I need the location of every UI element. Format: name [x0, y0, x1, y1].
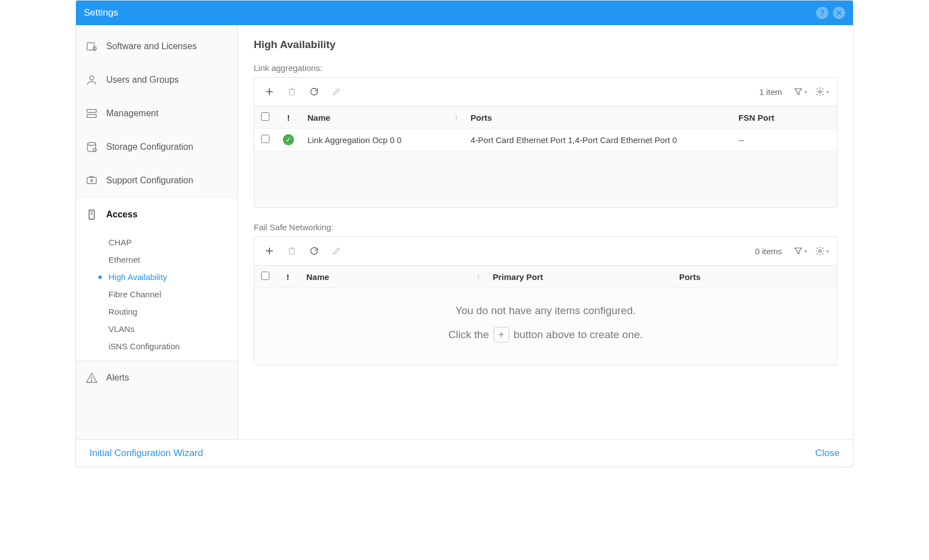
subitem-label: CHAP [108, 238, 132, 247]
settings-window: Settings ? ✕ Software and Licenses Users… [75, 0, 854, 467]
subitem-ethernet[interactable]: Ethernet [76, 251, 238, 268]
link-agg-padding [254, 151, 837, 207]
svg-point-1 [93, 47, 97, 50]
col-fsn[interactable]: FSN Port [732, 107, 837, 129]
subitem-vlans[interactable]: VLANs [76, 320, 238, 338]
plus-icon: + [494, 327, 509, 343]
link-agg-panel: 1 item ▾ ▾ ! Name↑ [254, 77, 837, 208]
sidebar-item-software-licenses[interactable]: Software and Licenses [76, 30, 238, 63]
sidebar-item-alerts[interactable]: Alerts [76, 360, 238, 395]
body: Software and Licenses Users and Groups M… [76, 25, 853, 439]
filter-button[interactable]: ▾ [791, 87, 809, 97]
svg-rect-7 [87, 178, 97, 184]
subitem-routing[interactable]: Routing [76, 303, 238, 320]
titlebar: Settings ? ✕ [76, 1, 853, 25]
subitem-label: iSNS Configuration [108, 341, 180, 351]
svg-point-13 [91, 381, 92, 381]
close-icon[interactable]: ✕ [833, 7, 845, 19]
col-ports[interactable]: Ports [672, 266, 837, 288]
filter-button[interactable]: ▾ [791, 246, 809, 256]
cell-fsn: -- [732, 129, 837, 151]
col-checkbox [254, 107, 276, 129]
management-icon [85, 107, 98, 120]
table-row[interactable]: ✓ Link Aggregation Ocp 0 0 4-Port Card E… [254, 129, 837, 151]
link-agg-label: Link aggregations: [254, 63, 837, 73]
refresh-button[interactable] [305, 241, 324, 260]
access-subitems: CHAP Ethernet High Availability Fibre Ch… [76, 231, 238, 360]
sidebar-item-support-config[interactable]: Support Configuration [76, 164, 238, 197]
edit-button[interactable] [327, 241, 346, 260]
chevron-down-icon: ▾ [826, 89, 829, 95]
user-icon [85, 73, 98, 87]
subitem-fibre-channel[interactable]: Fibre Channel [76, 286, 238, 303]
sidebar-item-label: Software and Licenses [106, 41, 197, 51]
svg-point-8 [91, 179, 93, 182]
close-button[interactable]: Close [816, 448, 840, 459]
subitem-label: Routing [108, 307, 138, 316]
subitem-label: High Availability [108, 272, 167, 282]
add-button[interactable] [260, 82, 279, 101]
sidebar-item-label: Access [106, 210, 138, 220]
svg-point-5 [88, 143, 96, 146]
svg-point-19 [819, 250, 822, 253]
empty-line1: You do not have any items configured. [266, 305, 826, 317]
sidebar-item-storage-config[interactable]: Storage Configuration [76, 130, 238, 164]
settings-button[interactable]: ▾ [813, 246, 831, 256]
window-title: Settings [84, 7, 816, 18]
fsn-label: Fail Safe Networking: [254, 222, 837, 232]
content-area: High Availability Link aggregations: [238, 25, 853, 439]
col-status[interactable]: ! [276, 266, 300, 288]
sidebar-item-label: Management [106, 108, 158, 118]
subitem-isns[interactable]: iSNS Configuration [76, 338, 238, 355]
initial-config-wizard-link[interactable]: Initial Configuration Wizard [89, 448, 203, 459]
empty-line2: Click the + button above to create one. [266, 327, 826, 343]
col-primary[interactable]: Primary Port [486, 266, 672, 288]
col-ports[interactable]: Ports [464, 107, 732, 129]
svg-rect-9 [89, 210, 94, 220]
delete-button[interactable] [282, 241, 301, 260]
sidebar-item-users-groups[interactable]: Users and Groups [76, 63, 238, 97]
sidebar: Software and Licenses Users and Groups M… [76, 25, 238, 439]
subitem-high-availability[interactable]: High Availability [76, 268, 238, 286]
sidebar-item-label: Users and Groups [106, 75, 179, 85]
cell-name: Link Aggregation Ocp 0 0 [301, 129, 464, 151]
col-name[interactable]: Name↑ [300, 266, 486, 288]
license-icon [85, 40, 98, 53]
sidebar-item-access[interactable]: Access [76, 197, 238, 231]
svg-point-16 [819, 91, 822, 93]
sidebar-item-management[interactable]: Management [76, 97, 238, 130]
titlebar-actions: ? ✕ [816, 7, 845, 19]
col-status[interactable]: ! [276, 107, 301, 129]
svg-rect-3 [87, 110, 97, 113]
subitem-label: Fibre Channel [108, 290, 161, 299]
footer: Initial Configuration Wizard Close [76, 439, 853, 467]
delete-button[interactable] [282, 82, 301, 101]
item-count: 1 item [759, 87, 782, 97]
edit-button[interactable] [327, 82, 346, 101]
fsn-table: ! Name↑ Primary Port Ports [254, 265, 837, 288]
svg-rect-4 [87, 115, 97, 118]
chevron-down-icon: ▾ [826, 248, 829, 254]
add-button[interactable] [260, 241, 279, 260]
storage-icon [85, 140, 98, 154]
sidebar-item-label: Alerts [106, 373, 129, 383]
cell-ports: 4-Port Card Ethernet Port 1,4-Port Card … [464, 129, 732, 151]
row-checkbox[interactable] [261, 135, 269, 143]
refresh-button[interactable] [305, 82, 324, 101]
col-name[interactable]: Name↑ [301, 107, 464, 129]
access-icon [85, 208, 98, 221]
col-checkbox [254, 266, 276, 288]
alert-icon [85, 371, 98, 385]
support-icon [85, 174, 98, 187]
select-all-checkbox[interactable] [261, 272, 269, 280]
subitem-chap[interactable]: CHAP [76, 234, 238, 251]
sort-up-icon: ↑ [454, 113, 458, 122]
fsn-empty-state: You do not have any items configured. Cl… [254, 288, 837, 365]
sidebar-item-label: Support Configuration [106, 175, 193, 186]
select-all-checkbox[interactable] [261, 112, 269, 121]
help-icon[interactable]: ? [816, 7, 828, 19]
settings-button[interactable]: ▾ [813, 87, 831, 97]
fsn-panel: 0 items ▾ ▾ ! Name↑ [254, 236, 837, 366]
status-ok-icon: ✓ [283, 134, 294, 145]
subitem-label: VLANs [108, 324, 135, 334]
